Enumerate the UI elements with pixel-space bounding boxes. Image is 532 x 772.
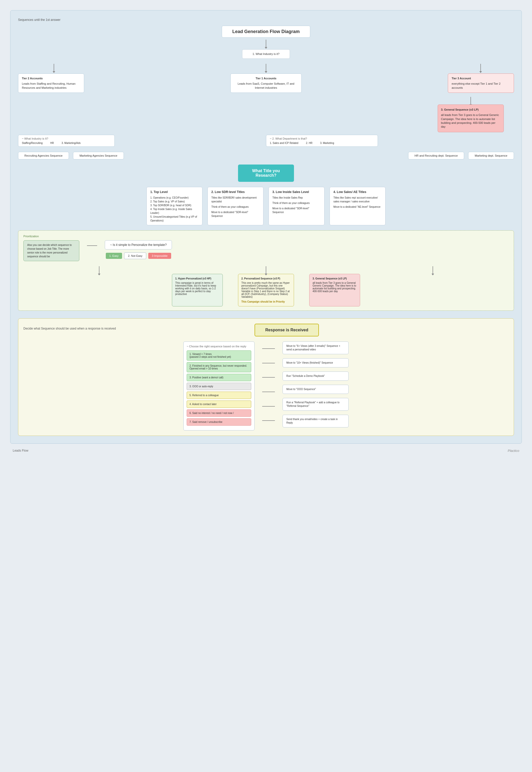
low-sdr-item1: Titles like SDR/BDR/ sales development s… (211, 196, 260, 203)
marketing-seq-box: Marketing Agencies Sequence (73, 152, 124, 159)
top-level-item2: 2. Top Sales (e.g. VP of Sales) (150, 200, 199, 203)
p-desc: This one is pretty much the same as Hype… (241, 281, 291, 298)
low-inside-sales-box: 3. Low Inside Sales Level Titles like In… (269, 187, 324, 225)
industry-item-1: Staffing/Recruiting (22, 142, 43, 144)
industry-item-2: HR (50, 142, 54, 144)
gp-desc: all leads from Tier 3 goes to a General … (313, 281, 357, 293)
prioritization-section: Prioritization Also you can decide which… (18, 230, 514, 311)
what-industry-label: ~ What Industry is It? (22, 137, 111, 140)
reply-item-1: 1. Viewed > 7 times(passed 3 steps and n… (187, 350, 251, 361)
tier2-title: Tier 2 Accounts (22, 76, 80, 81)
connector-5 (262, 406, 275, 407)
connector-2 (262, 363, 275, 363)
p-note: This Campaign should be in Priority (241, 300, 291, 303)
title-research-text: What Title you Research? (246, 169, 286, 178)
low-inside-item1: Titles like Inside Sales Rep (272, 196, 321, 200)
diagram-title: Lead Generation Flow Diagram (222, 26, 310, 38)
low-inside-title: 3. Low Inside Sales Level (272, 190, 321, 194)
reply-item-7: 6. Said no interest / no need / not now … (187, 409, 251, 417)
what-industry-box: ~ What Industry is It? Staffing/Recruiti… (18, 135, 115, 147)
tier1-title: Tier 1 Accounts (234, 76, 298, 81)
arrow-step1-tier3 (480, 64, 481, 71)
low-ae-item1: Titles like Sales rep/ account executive… (333, 196, 382, 203)
not-easy-button[interactable]: 2. Not Easy (124, 253, 146, 259)
connector-4 (262, 392, 275, 392)
decide-label: Decide what Sequence should be used when… (23, 327, 116, 330)
top-level-item3: 3. Top SDR/BDR (e.g. head of SDR) (150, 203, 199, 207)
general-seq-tier3-title: 3. General Sequence (v3 LP) (441, 108, 500, 112)
arrow-to-p (266, 266, 266, 274)
p-campaign-box: 2. Personalized Sequence (v3 P) This one… (238, 274, 294, 306)
reply-item-8: 7. Said remove / unsubscribe (187, 418, 251, 426)
action-box-4: Move to "OOO Sequence" (283, 385, 349, 394)
connector-6 (262, 420, 275, 421)
tier1-box: Tier 1 Accounts Leads from SaaS, Compute… (230, 73, 302, 93)
prioritization-title: Prioritization (23, 235, 509, 238)
dept-item-3: 3. Marketing (320, 142, 334, 144)
low-sdr-item2: Think of them as your colleagues (211, 205, 260, 209)
connector-3 (262, 377, 275, 378)
what-dept-label: ~ 2. What Department is that? (270, 137, 374, 140)
arrow-to-gp (433, 266, 433, 274)
low-ae-item2: Move to a dedicated "AE-level" Sequence (333, 205, 382, 209)
easy-button[interactable]: 1. Easy (106, 253, 122, 259)
reply-item-3: 3. Positive (want a demo/ call) (187, 374, 251, 381)
top-level-item5: 5. Unsure/Uncategorised Titles (e.g VP o… (150, 215, 199, 222)
page-footer: Leads Flow Plactico (10, 449, 522, 453)
impossible-button[interactable]: 3 Impossible (148, 253, 171, 259)
title-research-box: What Title you Research? (238, 165, 294, 182)
top-level-item1: 1. Operations (e.g. CEO/Founder) (150, 196, 199, 200)
choose-sequence-box: ~ Choose the right sequence based on the… (183, 342, 255, 430)
general-seq-tier3-desc: all leads from Tier 3 goes to a General … (441, 113, 500, 129)
hr-seq-box: HR and Recruiting dept. Sequence (408, 152, 464, 159)
main-diagram: Sequences until the 1st answer Lead Gene… (10, 10, 522, 444)
tier3-title: Tier 3 Account (452, 76, 510, 81)
personalize-question-box: ~ Is it simple to Personalize the templa… (105, 240, 172, 249)
marketing-dept-seq-box: Marketing dept. Sequence (468, 152, 514, 159)
arrow-to-hp (99, 266, 99, 274)
tier2-box: Tier 2 Accounts Leads from Staffing and … (18, 73, 84, 93)
what-dept-box: ~ 2. What Department is that? 1. Sales a… (266, 135, 378, 147)
industry-item-3: 3. Marketing/Ads (62, 142, 81, 144)
footer-right-label: Plactico (508, 449, 519, 453)
top-level-title: 1. Top Level (150, 190, 199, 194)
step1-box: 1. What Industry is it? (242, 49, 290, 59)
job-title-box: Also you can decide which sequence to ch… (23, 240, 79, 261)
footer-left-label: Leads Flow (13, 449, 28, 452)
low-inside-item2: Think of them as your colleagues (272, 201, 321, 205)
personalize-question-text: ~ Is it simple to Personalize the templa… (110, 243, 167, 247)
low-sdr-title: 2. Low SDR-level Titles (211, 190, 260, 194)
general-seq-tier3-box: 3. General Sequence (v3 LP) all leads fr… (438, 105, 504, 132)
reply-item-5: 5. Referred to a colleague (187, 392, 251, 399)
arrow-tier3-general (470, 97, 471, 105)
reply-item-6: 4. Asked to contact later (187, 400, 251, 408)
tier1-desc: Leads from SaaS, Computer Software, IT a… (234, 82, 298, 90)
arrow-to-personalize (87, 245, 97, 246)
arrow-step1-tier1 (266, 64, 266, 71)
top-level-box: 1. Top Level 1. Operations (e.g. CEO/Fou… (146, 187, 202, 225)
action-box-1: Move to "6+ Views (after 3 emails)" Sequ… (283, 342, 349, 354)
tier3-desc: everything else except Tier 1 and Tier 2… (452, 82, 510, 90)
dept-item-2: 2. HR (306, 142, 313, 144)
action-box-2: Move to "10+ Views (finished)" Sequence (283, 358, 349, 367)
dept-item-1: 1. Sales and ICP Related (270, 142, 298, 144)
tier3-box: Tier 3 Account everything else except Ti… (448, 73, 514, 93)
hp-campaign-box: 1. Hyper-Personalized (v3 HP) This campa… (172, 274, 223, 306)
recruiting-seq-box: Recruiting Agencies Sequence (18, 152, 69, 159)
connector-1 (262, 348, 275, 349)
reply-item-4: 3. OOO or auto-reply (187, 383, 251, 390)
job-title-text: Also you can decide which sequence to ch… (27, 243, 76, 258)
hp-title: 1. Hyper-Personalized (v3 HP) (175, 277, 219, 280)
top-section-label: Sequences until the 1st answer (18, 18, 514, 22)
low-sdr-box: 2. Low SDR-level Titles Titles like SDR/… (208, 187, 263, 225)
p-title: 2. Personalized Sequence (v3 P) (241, 277, 291, 280)
low-ae-title: 4. Low Sales/ AE Titles (333, 190, 382, 194)
action-box-5: Run a "Referral Playbook" + add a collea… (283, 398, 349, 411)
tier2-desc: Leads from Staffing and Recruiting, Huma… (22, 82, 80, 90)
top-level-item4: 4. Top Inside Sales (e.g. Inside Sales L… (150, 207, 199, 215)
action-box-6: Send thank you email/video + create a ta… (283, 415, 349, 427)
low-sdr-item3: Move to a dedicated "SDR-level" Sequence (211, 210, 260, 218)
page-container: Sequences until the 1st answer Lead Gene… (0, 0, 532, 772)
arrow-title-to-step1 (266, 40, 266, 47)
hp-desc: This campaign is great in terms of Inter… (175, 281, 219, 295)
